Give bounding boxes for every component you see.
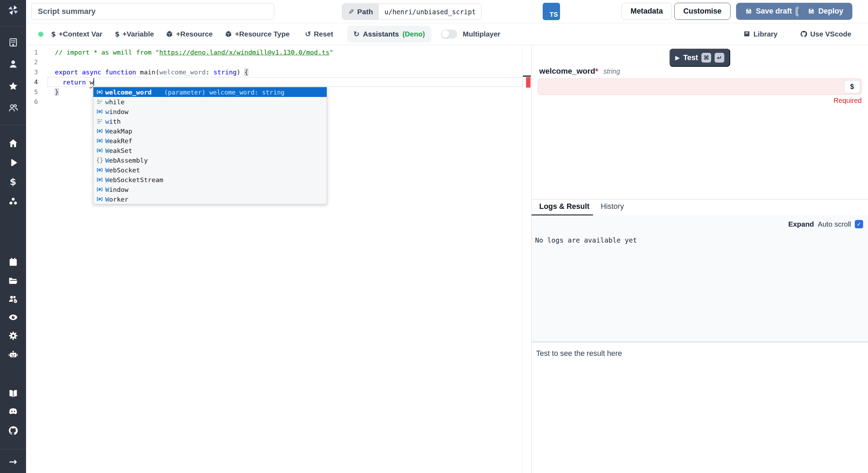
refresh-icon: ↻ [353,30,360,38]
runs-play-icon[interactable] [7,157,19,169]
overview-ruler-error-marker [526,77,531,88]
script-summary-input[interactable] [31,3,274,20]
assistants-button[interactable]: ↻ Assistants (Deno) [347,26,431,42]
expand-button[interactable]: Expand [788,220,814,228]
suggestion-label: while [105,98,125,106]
schedules-calendar-icon[interactable] [7,256,19,268]
groups-gear-icon[interactable] [7,293,19,305]
line-number: 6 [26,98,47,105]
suggestion-item[interactable]: WeakRef [93,136,327,146]
suggestion-item[interactable]: {}WebAssembly [93,155,327,165]
suggestion-label: WebSocket [105,166,140,174]
discord-icon[interactable] [7,406,19,417]
symbol-keyword-icon [96,98,105,105]
symbol-keyword-icon [96,118,105,125]
test-button[interactable]: ▶ Test ⌘ ↵ [669,49,731,67]
reset-icon: ↺ [305,30,311,38]
suggestion-item[interactable]: with [93,116,327,126]
insert-variable-button[interactable]: $ [844,80,860,93]
autocomplete-dropdown: welcome_word(parameter) welcome_word: st… [93,87,327,204]
docs-book-icon[interactable] [7,388,19,399]
add-context-var-button[interactable]: $ +Context Var [51,30,102,38]
suggestion-label: Worker [105,196,128,203]
save-icon [745,8,752,15]
multiplayer-toggle[interactable] [441,30,457,39]
deploy-button[interactable]: Deploy [799,3,852,20]
tab-logs-result[interactable]: Logs & Result [539,202,590,211]
workspace-building-icon[interactable] [7,36,19,48]
suggestion-item[interactable]: WebSocket [93,165,327,175]
path-edit-button[interactable]: ✎ Path [342,4,379,19]
add-resource-type-button[interactable]: +Resource Type [225,30,290,38]
code-line[interactable]: 1// import * as wmill from "https://deno… [26,47,531,57]
suggestion-item[interactable]: window [93,107,327,116]
windmill-script-editor: $ → [0,0,868,473]
customise-button[interactable]: Customise [674,3,731,20]
toolbar-right: Library Use VScode [743,30,851,38]
user-icon[interactable] [7,58,19,70]
suggestion-item[interactable]: Window [93,185,327,194]
suggestion-label: window [105,108,128,115]
star-icon[interactable] [7,80,19,92]
deploy-save-icon [808,8,815,15]
path-value-input[interactable]: u/henri/unbiased_script [379,4,481,19]
suggestion-item[interactable]: WeakSet [93,146,327,155]
suggestion-label: WeakSet [105,147,132,154]
code-line[interactable]: 4 return w [26,77,531,87]
suggestion-item[interactable]: welcome_word(parameter) welcome_word: st… [93,87,327,97]
use-vscode-button[interactable]: Use VScode [800,30,852,38]
cube-icon [225,30,232,38]
book-icon [743,30,751,38]
code-line[interactable]: 3export async function main(welcome_word… [26,67,531,77]
code-text: export async function main(welcome_word:… [55,68,248,76]
workers-robot-icon[interactable] [7,349,19,360]
suggestion-label: with [105,118,121,125]
expand-sidebar-arrow-icon[interactable]: → [7,456,19,467]
settings-gear-icon[interactable] [7,330,19,342]
overview-ruler-divider [523,45,523,473]
audit-logs-eye-icon[interactable] [7,311,19,323]
line-number: 2 [26,58,47,66]
code-text: return w [55,78,94,86]
dollar-icon: $ [115,30,120,38]
windmill-logo-icon[interactable] [7,4,19,16]
variables-dollar-icon[interactable]: $ [7,176,19,187]
argument-input[interactable]: $ [538,79,862,95]
code-line[interactable]: 2 [26,57,531,67]
suggestion-label: Window [105,186,128,193]
autoscroll-checkbox[interactable]: ✓ [855,220,863,228]
text-cursor [93,78,94,86]
required-message: Required [834,97,862,105]
metadata-button[interactable]: Metadata [621,3,672,20]
add-resource-button[interactable]: +Resource [166,30,212,38]
home-icon[interactable] [7,137,19,149]
folders-icon[interactable] [7,275,19,287]
code-text: // import * as wmill from "https://deno.… [55,49,333,56]
logs-controls: Expand Auto scroll ✓ [788,220,863,228]
suggestion-item[interactable]: Worker [93,194,327,204]
suggestion-label: WeakMap [105,128,132,135]
library-button[interactable]: Library [743,30,778,38]
suggestion-item[interactable]: WebSocketStream [93,175,327,185]
pencil-icon: ✎ [348,8,354,16]
status-dot [38,32,43,37]
result-area: Test to see the result here [532,342,868,473]
suggestion-item[interactable]: while [93,97,327,107]
play-icon: ▶ [675,54,680,61]
sidebar-divider [0,449,26,449]
line-number: 1 [26,49,47,56]
tab-history[interactable]: History [601,202,624,211]
reset-button[interactable]: ↺ Reset [305,30,333,38]
add-variable-button[interactable]: $ +Variable [115,30,154,38]
code-editor[interactable]: 1// import * as wmill from "https://deno… [26,45,531,473]
github-icon[interactable] [7,425,19,437]
enter-key-badge: ↵ [715,53,724,63]
symbol-module-icon: {} [96,157,105,164]
resources-boxes-icon[interactable] [7,196,19,207]
autoscroll-label: Auto scroll [818,220,851,228]
sidebar-divider [0,26,26,26]
users-icon[interactable] [7,102,19,114]
suggestion-item[interactable]: WeakMap [93,126,327,136]
cmd-key-badge: ⌘ [701,53,711,63]
sidebar-divider [0,125,26,125]
